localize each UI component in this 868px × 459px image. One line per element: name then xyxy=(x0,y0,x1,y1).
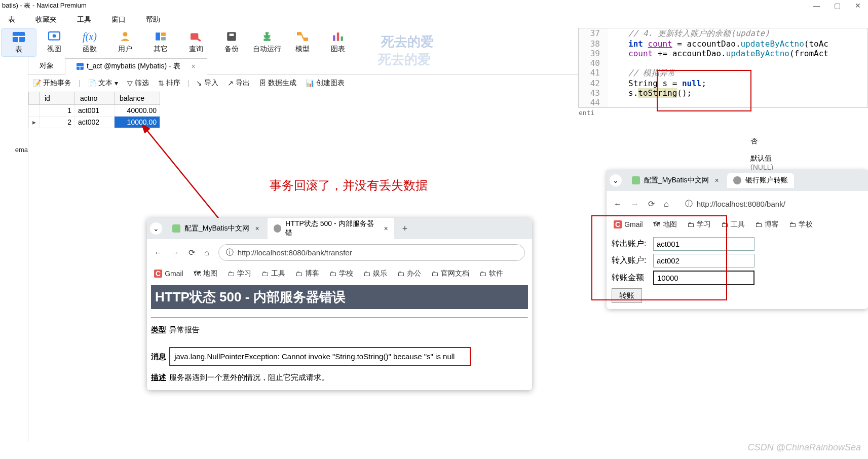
tab-close-icon[interactable]: × xyxy=(255,224,259,233)
tb-auto[interactable]: 自动运行 xyxy=(249,28,285,56)
to-account-label: 转入账户: xyxy=(612,255,653,266)
url-bar[interactable]: ⓘhttp://localhost:8080/bank/transfer xyxy=(218,244,525,261)
svg-rect-23 xyxy=(80,66,81,70)
bkm-docs[interactable]: 🗀 官网文档 xyxy=(431,269,469,278)
bkm-map[interactable]: 🗺 地图 xyxy=(653,220,677,229)
col-actno[interactable]: actno xyxy=(75,92,115,105)
browser-a-tab-2[interactable]: HTTP状态 500 - 内部服务器错× xyxy=(268,218,394,241)
bkm-tools[interactable]: 🗀 工具 xyxy=(261,269,285,278)
watermark-text: 死去的爱 xyxy=(381,33,434,51)
new-tab-button[interactable]: + xyxy=(396,220,414,237)
tab-dropdown-icon[interactable]: ⌄ xyxy=(150,222,162,235)
bkm-soft[interactable]: 🗀 软件 xyxy=(479,269,503,278)
properties-panel: 否 默认值 (NULL) xyxy=(746,133,868,175)
info-icon[interactable]: ⓘ xyxy=(685,199,693,209)
table-row: 1 act001 40000.00 xyxy=(29,105,160,117)
nav-reload-icon[interactable]: ⟳ xyxy=(648,199,655,209)
nav-home-icon[interactable]: ⌂ xyxy=(664,200,669,209)
amount-input[interactable] xyxy=(653,271,754,285)
maximize-icon[interactable]: ▢ xyxy=(834,2,841,10)
btn-export[interactable]: ↗ 导出 xyxy=(225,78,252,89)
menu-window[interactable]: 窗口 xyxy=(107,13,130,26)
minimize-icon[interactable]: — xyxy=(813,2,820,10)
tab-objects[interactable]: 对象 xyxy=(28,58,65,73)
menu-fav[interactable]: 收藏夹 xyxy=(31,13,61,26)
nav-forward-icon[interactable]: → xyxy=(631,200,639,209)
error-title: HTTP状态 500 - 内部服务器错误 xyxy=(151,285,528,309)
bkm-study[interactable]: 🗀 学习 xyxy=(687,220,711,229)
info-icon[interactable]: ⓘ xyxy=(226,248,234,257)
nav-back-icon[interactable]: ← xyxy=(154,248,162,257)
btn-filter[interactable]: ▽ 筛选 xyxy=(125,78,151,89)
svg-rect-10 xyxy=(227,32,236,41)
favicon-icon xyxy=(172,224,180,233)
nav-reload-icon[interactable]: ⟳ xyxy=(188,248,195,257)
svg-rect-11 xyxy=(230,34,234,36)
btn-chart[interactable]: 📊 创建图表 xyxy=(304,78,347,89)
nav-forward-icon[interactable]: → xyxy=(171,248,179,257)
bkm-map[interactable]: 🗺 地图 xyxy=(194,269,217,278)
svg-rect-8 xyxy=(161,37,166,41)
bkm-gmail[interactable]: CGmail xyxy=(154,269,183,278)
bkm-gmail[interactable]: CGmail xyxy=(614,220,643,229)
browser-b-tab-1[interactable]: 配置_MyBatis中文网× xyxy=(626,173,725,188)
bkm-blog[interactable]: 🗀 博客 xyxy=(755,220,779,229)
tb-chart[interactable]: 图表 xyxy=(320,28,356,56)
favicon-icon xyxy=(733,176,741,184)
svg-point-4 xyxy=(53,34,56,38)
window-title: batis) - 表 - Navicat Premium xyxy=(2,1,87,10)
tab-close-icon[interactable]: × xyxy=(715,176,719,184)
tab-close-icon[interactable]: × xyxy=(384,224,388,233)
bkm-school[interactable]: 🗀 学校 xyxy=(789,220,813,229)
error-message-highlight: java.lang.NullPointerException: Cannot i… xyxy=(169,347,471,366)
browser-b: ⌄ 配置_MyBatis中文网× 银行账户转账 ← → ⟳ ⌂ ⓘhttp://… xyxy=(607,170,868,309)
tb-view[interactable]: 视图 xyxy=(36,28,72,56)
btn-datagen[interactable]: 🗄 数据生成 xyxy=(257,78,298,89)
col-id[interactable]: id xyxy=(40,92,75,105)
transfer-button[interactable]: 转账 xyxy=(612,288,642,303)
nav-home-icon[interactable]: ⌂ xyxy=(204,248,209,257)
btn-sort[interactable]: ⇅ 排序 xyxy=(156,78,182,89)
annotation-text: 事务回滚了，并没有丢失数据 xyxy=(270,177,428,194)
bkm-blog[interactable]: 🗀 博客 xyxy=(295,269,319,278)
tab-close-icon[interactable]: × xyxy=(183,62,196,70)
btn-text[interactable]: 📄 文本 ▾ xyxy=(86,78,120,89)
form-body: 转出账户: 转入账户: 转账金额 转账 xyxy=(607,232,868,309)
bkm-office[interactable]: 🗀 办公 xyxy=(397,269,421,278)
svg-point-12 xyxy=(263,32,270,39)
tb-model[interactable]: 模型 xyxy=(285,28,320,56)
menu-table[interactable]: 表 xyxy=(4,13,19,26)
svg-rect-19 xyxy=(337,32,339,41)
tb-function[interactable]: f(x)函数 xyxy=(72,28,107,56)
code-editor[interactable]: 37// 4. 更新转入账户的余额(update) 38int count = … xyxy=(578,28,868,108)
close-icon[interactable]: ✕ xyxy=(855,2,861,10)
browser-b-tab-2[interactable]: 银行账户转账 xyxy=(727,173,794,188)
menu-help[interactable]: 帮助 xyxy=(142,13,164,26)
tb-backup[interactable]: 备份 xyxy=(214,28,249,56)
tb-user[interactable]: 用户 xyxy=(107,28,143,56)
tab-dropdown-icon[interactable]: ⌄ xyxy=(610,174,622,186)
tb-other[interactable]: 其它 xyxy=(143,28,178,56)
menu-tools[interactable]: 工具 xyxy=(73,13,95,26)
bkm-tools[interactable]: 🗀 工具 xyxy=(721,220,745,229)
url-bar[interactable]: ⓘhttp://localhost:8080/bank/ xyxy=(678,196,861,212)
col-balance[interactable]: balance xyxy=(115,92,160,105)
table-row: ▸ 2 act002 10000.00 xyxy=(29,117,160,128)
btn-begin-trans[interactable]: 📝 开始事务 xyxy=(30,78,73,89)
bkm-study[interactable]: 🗀 学习 xyxy=(228,269,251,278)
tb-query[interactable]: 查询 xyxy=(178,28,214,56)
bkm-school[interactable]: 🗀 学校 xyxy=(329,269,353,278)
data-grid[interactable]: id actno balance 1 act001 40000.00 ▸ 2 a… xyxy=(28,92,160,128)
svg-rect-6 xyxy=(156,32,160,40)
to-account-input[interactable] xyxy=(653,254,754,267)
from-account-input[interactable] xyxy=(653,237,754,251)
browser-a-tab-1[interactable]: 配置_MyBatis中文网× xyxy=(166,221,266,236)
btn-import[interactable]: ↘ 导入 xyxy=(194,78,220,89)
bookmarks-bar: CGmail 🗺 地图 🗀 学习 🗀 工具 🗀 博客 🗀 学校 xyxy=(607,217,868,232)
tb-table[interactable]: 表 xyxy=(1,28,36,57)
favicon-icon xyxy=(632,176,640,184)
nav-back-icon[interactable]: ← xyxy=(614,200,622,209)
bkm-ent[interactable]: 🗀 娱乐 xyxy=(363,269,387,278)
tab-t-act[interactable]: t_act @mybatis (Mybatis) - 表 × xyxy=(65,58,207,74)
amount-label: 转账金额 xyxy=(612,273,653,283)
